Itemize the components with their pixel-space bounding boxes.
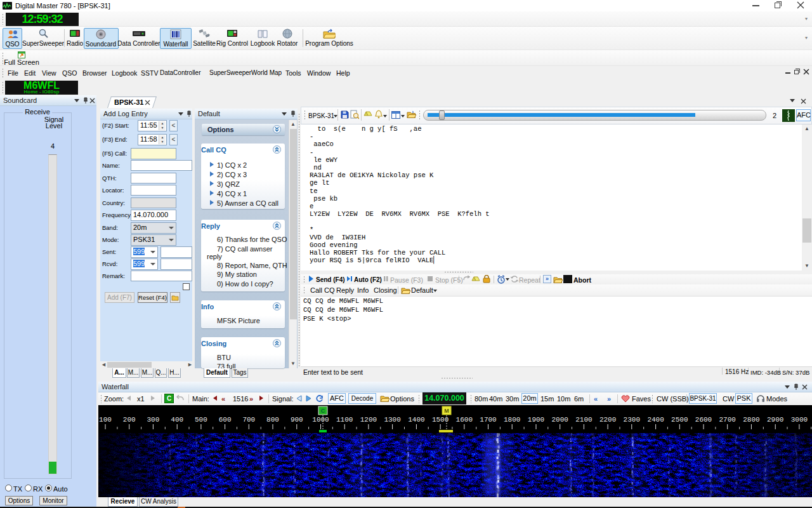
svg-text:1600: 1600 <box>456 416 473 424</box>
svg-text:2600: 2600 <box>695 416 712 424</box>
svg-text:1100: 1100 <box>336 416 353 424</box>
svg-text:500: 500 <box>195 416 207 424</box>
svg-text:1500: 1500 <box>432 416 449 424</box>
svg-text:2700: 2700 <box>719 416 735 424</box>
svg-text:2200: 2200 <box>599 416 616 424</box>
svg-text:1300: 1300 <box>384 416 400 424</box>
svg-text:1700: 1700 <box>480 416 496 424</box>
svg-text:400: 400 <box>171 416 183 424</box>
svg-text:2300: 2300 <box>624 416 640 424</box>
svg-text:300: 300 <box>147 416 159 424</box>
svg-text:2900: 2900 <box>767 416 783 424</box>
svg-text:1900: 1900 <box>528 416 544 424</box>
svg-text:2500: 2500 <box>671 416 688 424</box>
svg-text:200: 200 <box>123 416 136 424</box>
svg-text:700: 700 <box>242 416 255 424</box>
svg-text:M: M <box>444 408 449 414</box>
svg-text:1800: 1800 <box>504 416 520 424</box>
svg-text:3000: 3000 <box>791 416 808 424</box>
svg-text:2000: 2000 <box>551 416 568 424</box>
svg-text:C: C <box>321 408 325 414</box>
svg-text:2100: 2100 <box>575 416 592 424</box>
svg-text:600: 600 <box>219 416 232 424</box>
svg-text:2400: 2400 <box>647 416 664 424</box>
svg-text:800: 800 <box>266 416 279 424</box>
svg-text:100: 100 <box>99 416 112 424</box>
svg-text:1200: 1200 <box>360 416 377 424</box>
svg-text:1000: 1000 <box>312 416 329 424</box>
svg-text:2800: 2800 <box>743 416 759 424</box>
svg-text:900: 900 <box>291 416 303 424</box>
svg-text:1400: 1400 <box>408 416 424 424</box>
